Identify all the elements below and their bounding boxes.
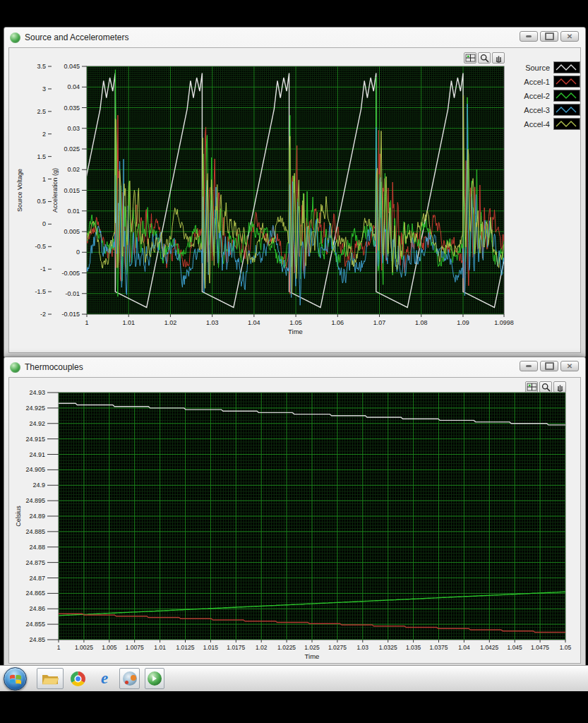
maximize-icon: [545, 362, 554, 370]
axis-text: 24.89: [29, 513, 45, 520]
axis-text: 0.025: [64, 145, 80, 153]
legend-item-source[interactable]: Source: [517, 62, 580, 73]
axis-text: 1.0025: [75, 644, 93, 651]
axis-text: 1.04: [458, 644, 470, 651]
axis-text: 24.86: [29, 605, 45, 612]
legend-item-accel-4[interactable]: Accel-4: [517, 119, 580, 129]
legend-item-accel-2[interactable]: Accel-2: [517, 90, 580, 101]
axis-text: 2: [42, 131, 46, 138]
window-controls: ✕: [520, 31, 579, 42]
taskbar-item-internet-explorer[interactable]: e: [94, 668, 115, 689]
maximize-icon: [545, 32, 554, 40]
minimize-button[interactable]: [520, 31, 538, 42]
source-accelerometers-graph[interactable]: 11.011.021.031.041.051.061.071.081.091.0…: [9, 48, 580, 352]
axis-text: Celsius: [15, 506, 22, 527]
axis-text: 1.5: [37, 153, 46, 160]
axis-text: 1.015: [203, 644, 219, 651]
close-icon: ✕: [567, 363, 572, 370]
desktop: Source and Accelerometers ✕ 11.011.021.0…: [0, 0, 588, 723]
axis-text: 24.88: [29, 544, 45, 551]
labview-icon: [148, 671, 162, 686]
axis-text: 1.02: [256, 644, 268, 651]
close-button[interactable]: ✕: [560, 31, 579, 42]
pan-hand-button[interactable]: [492, 52, 505, 64]
chrome-icon: [71, 671, 85, 686]
labview-app-icon: [10, 362, 20, 373]
axis-text: 1.01: [122, 319, 135, 326]
axis-text: Time: [305, 652, 320, 660]
axis-text: 1.0125: [176, 644, 195, 651]
axis-text: 2.5: [37, 108, 46, 115]
axis-text: 1.0075: [126, 644, 144, 651]
legend-item-accel-3[interactable]: Accel-3: [517, 104, 580, 115]
legend-label: Accel-3: [517, 106, 550, 114]
legend-line-swatch: [553, 118, 580, 130]
axis-text: 0.03: [67, 125, 80, 132]
axis-text: 24.85: [29, 636, 45, 643]
window-title: Thermocouples: [25, 362, 83, 372]
axis-text: 24.895: [25, 497, 45, 504]
minimize-button[interactable]: [520, 361, 538, 371]
plot-legend: SourceAccel-1Accel-2Accel-3Accel-4: [517, 62, 580, 129]
axis-text: -2: [40, 311, 46, 318]
axis-text: 24.885: [25, 528, 45, 535]
axis-text: 0.02: [67, 166, 80, 173]
pan-hand-button[interactable]: [553, 381, 566, 393]
axis-text: 0.045: [64, 63, 80, 70]
legend-label: Accel-4: [517, 120, 550, 129]
legend-line-swatch: [553, 90, 580, 102]
graph-palette: [525, 381, 566, 393]
internet-explorer-icon: e: [101, 670, 108, 686]
axes-lock-button[interactable]: [525, 381, 538, 393]
axis-text: -0.005: [61, 270, 80, 277]
zoom-magnifier-button[interactable]: [478, 52, 491, 64]
axis-text: 1.08: [415, 319, 428, 326]
window-source-and-accelerometers: Source and Accelerometers ✕ 11.011.021.0…: [4, 27, 586, 358]
minimize-icon: [526, 365, 532, 367]
app-icon: [123, 671, 137, 686]
axis-text: 24.855: [25, 621, 45, 628]
axis-text: 0: [42, 220, 46, 227]
maximize-button[interactable]: [540, 361, 558, 371]
taskbar-item-chrome[interactable]: [67, 668, 88, 689]
axis-text: 24.87: [29, 575, 45, 582]
axis-text: 1.005: [102, 644, 117, 651]
thermocouples-graph[interactable]: 11.00251.0051.00751.011.01251.0151.01751…: [9, 378, 580, 663]
maximize-button[interactable]: [540, 31, 558, 42]
legend-label: Source: [517, 64, 550, 72]
windows-flag-icon: [9, 674, 22, 684]
zoom-magnifier-icon: [479, 54, 490, 63]
axis-text: 0.04: [67, 83, 80, 90]
taskbar-item-labview[interactable]: [145, 668, 164, 689]
axis-text: -0.5: [35, 243, 46, 250]
axis-text: 1: [42, 176, 46, 183]
axis-text: 1.01: [154, 644, 166, 651]
axis-text: 24.93: [29, 389, 45, 396]
window-controls: ✕: [520, 361, 579, 371]
explorer-folder-icon: [42, 672, 59, 685]
window-titlebar[interactable]: Source and Accelerometers ✕: [4, 28, 585, 47]
labview-app-icon: [10, 32, 20, 43]
axis-text: 0.035: [64, 104, 80, 112]
axis-text: Time: [288, 328, 303, 335]
pan-hand-icon: [493, 54, 504, 63]
start-button[interactable]: [4, 667, 27, 691]
axis-text: -1.5: [35, 288, 46, 295]
axis-text: 24.865: [25, 590, 45, 597]
taskbar-item-app[interactable]: [119, 668, 140, 689]
taskbar: e: [0, 666, 588, 691]
axis-text: 1.0225: [277, 644, 296, 651]
zoom-magnifier-button[interactable]: [539, 381, 552, 393]
axes-lock-button[interactable]: [464, 52, 476, 64]
axes-lock-icon: [527, 383, 537, 391]
legend-item-accel-1[interactable]: Accel-1: [517, 76, 580, 87]
axis-text: 1.06: [332, 319, 344, 326]
legend-line-swatch: [553, 76, 580, 88]
taskbar-item-explorer[interactable]: [37, 668, 64, 689]
axis-text: 1.07: [373, 319, 386, 326]
window-titlebar[interactable]: Thermocouples ✕: [4, 357, 585, 377]
window-thermocouples: Thermocouples ✕ 11.00251.0051.00751.011.…: [4, 357, 586, 669]
axis-text: 24.925: [25, 405, 45, 412]
close-button[interactable]: ✕: [560, 361, 579, 371]
axis-text: 1.02: [164, 319, 177, 326]
